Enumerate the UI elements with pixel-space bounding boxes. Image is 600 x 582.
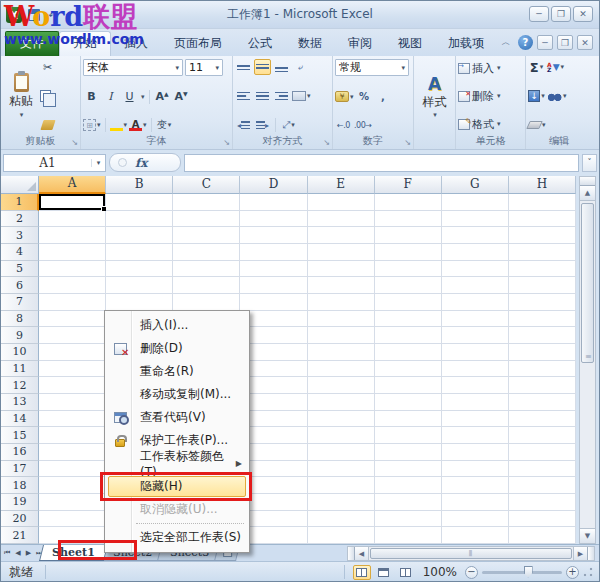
cell-H12[interactable] xyxy=(509,377,576,394)
dialog-launcher-icon[interactable]: ↘ xyxy=(323,138,330,147)
cell-F5[interactable] xyxy=(375,261,442,278)
row-header-19[interactable]: 19 xyxy=(1,494,39,511)
tab-home[interactable]: 开始 xyxy=(59,31,111,56)
orientation-button[interactable]: ⤢▾ xyxy=(280,117,297,133)
cell-C4[interactable] xyxy=(173,244,240,261)
workbook-restore-icon[interactable]: ❐ xyxy=(557,35,573,50)
horizontal-scrollbar[interactable]: ◀ ⦀ ▶ xyxy=(347,546,595,561)
cell-D20[interactable] xyxy=(240,511,307,528)
column-header-F[interactable]: F xyxy=(375,176,442,194)
menu-item-move-or-copy[interactable]: 移动或复制(M)... xyxy=(106,383,248,406)
increase-decimal-button[interactable]: ←.0 xyxy=(335,117,352,133)
cell-F21[interactable] xyxy=(375,527,442,544)
cell-D12[interactable] xyxy=(240,377,307,394)
cell-F12[interactable] xyxy=(375,377,442,394)
cell-G6[interactable] xyxy=(442,277,509,294)
row-header-3[interactable]: 3 xyxy=(1,227,39,244)
column-header-C[interactable]: C xyxy=(173,176,240,194)
restore-button[interactable]: ❐ xyxy=(551,6,571,22)
cell-F15[interactable] xyxy=(375,427,442,444)
cell-C5[interactable] xyxy=(173,261,240,278)
cell-C1[interactable] xyxy=(173,194,240,211)
underline-button[interactable]: U xyxy=(121,89,138,105)
italic-button[interactable]: I xyxy=(102,89,119,105)
name-box[interactable]: A1 ▾ xyxy=(3,154,106,172)
excel-logo-icon[interactable]: X xyxy=(6,7,22,23)
tab-review[interactable]: 审阅 xyxy=(335,32,385,56)
cell-A9[interactable] xyxy=(39,327,106,344)
merge-center-button[interactable]: ▾ xyxy=(292,88,311,104)
increase-indent-button[interactable]: ▸ xyxy=(254,117,271,133)
tab-data[interactable]: 数据 xyxy=(285,32,335,56)
row-header-5[interactable]: 5 xyxy=(1,261,39,278)
decrease-decimal-button[interactable]: .00→ xyxy=(354,117,371,133)
cell-H9[interactable] xyxy=(509,327,576,344)
column-header-A[interactable]: A xyxy=(39,176,106,194)
cell-H11[interactable] xyxy=(509,361,576,378)
page-layout-view-button[interactable] xyxy=(375,565,393,580)
align-right-button[interactable] xyxy=(273,88,290,104)
insert-function-button[interactable]: fx xyxy=(135,156,147,170)
cell-A3[interactable] xyxy=(39,227,106,244)
row-header-9[interactable]: 9 xyxy=(1,327,39,344)
cell-H13[interactable] xyxy=(509,394,576,411)
cell-B4[interactable] xyxy=(106,244,173,261)
cell-H7[interactable] xyxy=(509,294,576,311)
cell-E20[interactable] xyxy=(308,511,375,528)
cell-A10[interactable] xyxy=(39,344,106,361)
cell-G14[interactable] xyxy=(442,411,509,428)
cell-G15[interactable] xyxy=(442,427,509,444)
autosum-button[interactable]: Σ▾ xyxy=(528,59,545,75)
font-size-combo[interactable]: 11▾ xyxy=(185,59,223,76)
cell-H15[interactable] xyxy=(509,427,576,444)
insert-cells-button[interactable]: 插入▾ xyxy=(458,59,523,77)
tab-split-handle[interactable] xyxy=(348,547,355,560)
find-select-button[interactable]: ▾ xyxy=(547,88,567,104)
cell-B6[interactable] xyxy=(106,277,173,294)
cell-D10[interactable] xyxy=(240,344,307,361)
dialog-launcher-icon[interactable]: ↘ xyxy=(71,138,78,147)
cell-H1[interactable] xyxy=(509,194,576,211)
cell-C3[interactable] xyxy=(173,227,240,244)
align-bottom-button[interactable] xyxy=(273,59,290,75)
cell-D9[interactable] xyxy=(240,327,307,344)
cell-F14[interactable] xyxy=(375,411,442,428)
tab-formulas[interactable]: 公式 xyxy=(235,32,285,56)
cell-A20[interactable] xyxy=(39,511,106,528)
underline-dropdown-icon[interactable]: ▾ xyxy=(141,93,145,101)
cell-A6[interactable] xyxy=(39,277,106,294)
cell-F18[interactable] xyxy=(375,477,442,494)
cell-B7[interactable] xyxy=(106,294,173,311)
cell-D8[interactable] xyxy=(240,311,307,328)
tab-addins[interactable]: 加载项 xyxy=(435,32,497,56)
name-box-dropdown-icon[interactable]: ▾ xyxy=(91,159,105,167)
cell-E7[interactable] xyxy=(308,294,375,311)
cell-G10[interactable] xyxy=(442,344,509,361)
cell-E2[interactable] xyxy=(308,211,375,228)
cell-H21[interactable] xyxy=(509,527,576,544)
row-header-2[interactable]: 2 xyxy=(1,211,39,228)
cell-F11[interactable] xyxy=(375,361,442,378)
row-header-21[interactable]: 21 xyxy=(1,527,39,544)
column-header-B[interactable]: B xyxy=(106,176,173,194)
cell-A2[interactable] xyxy=(39,211,106,228)
phonetic-button[interactable]: 变▾ xyxy=(156,117,173,133)
prev-sheet-icon[interactable]: ◀ xyxy=(15,549,20,557)
cell-F19[interactable] xyxy=(375,494,442,511)
zoom-in-button[interactable]: + xyxy=(566,566,579,579)
dialog-launcher-icon[interactable]: ↘ xyxy=(404,138,411,147)
bold-button[interactable]: B xyxy=(83,89,100,105)
cell-H2[interactable] xyxy=(509,211,576,228)
cell-G2[interactable] xyxy=(442,211,509,228)
cell-A1[interactable] xyxy=(39,194,106,211)
cell-A11[interactable] xyxy=(39,361,106,378)
menu-item-rename[interactable]: 重命名(R) xyxy=(106,360,248,383)
cell-E5[interactable] xyxy=(308,261,375,278)
cell-G1[interactable] xyxy=(442,194,509,211)
column-header-E[interactable]: E xyxy=(308,176,375,194)
cell-C7[interactable] xyxy=(173,294,240,311)
scroll-down-icon[interactable]: ▼ xyxy=(580,528,595,543)
cell-D13[interactable] xyxy=(240,394,307,411)
grow-font-button[interactable]: A▲ xyxy=(154,89,171,105)
normal-view-button[interactable] xyxy=(353,565,371,580)
